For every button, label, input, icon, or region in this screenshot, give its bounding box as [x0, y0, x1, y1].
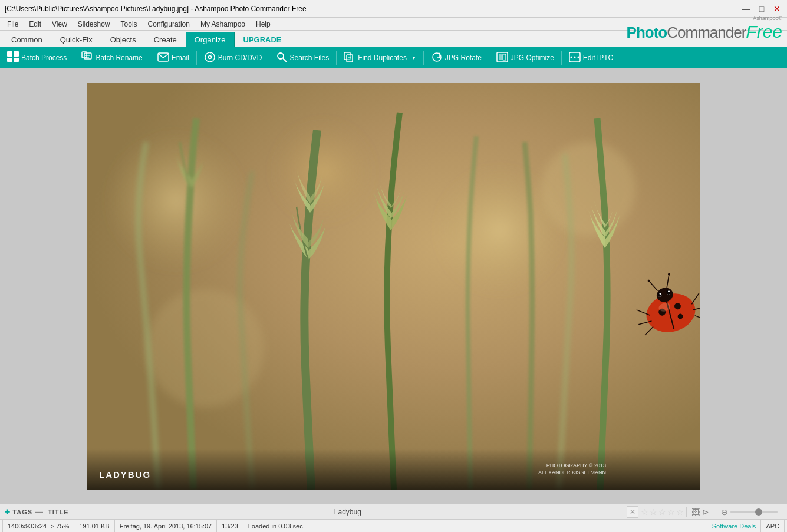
svg-point-22 [574, 56, 575, 58]
tab-organize[interactable]: Organize [186, 32, 235, 47]
star-4[interactable]: ☆ [667, 507, 675, 517]
toolbar-sep-5 [336, 51, 337, 65]
image-action-icons: 🖼 ⊳ [686, 507, 714, 517]
svg-rect-14 [347, 55, 353, 62]
batch-process-button[interactable]: Batch Process [2, 49, 71, 67]
burn-cd-button[interactable]: Burn CD/DVD [199, 49, 267, 67]
status-apc: APC [761, 520, 785, 532]
logo-ashampoo: Ashampoo® [753, 15, 782, 21]
status-filesize: 191.01 KB [74, 520, 114, 532]
jpg-optimize-icon [496, 52, 508, 64]
zoom-out-icon[interactable]: ⊖ [721, 507, 728, 517]
toolbar-sep-6 [423, 51, 424, 65]
toolbar: Batch Process Batch Rename [0, 47, 787, 68]
status-software-deals[interactable]: Software Deals [707, 520, 762, 532]
batch-rename-label: Batch Rename [96, 54, 142, 62]
star-2[interactable]: ☆ [650, 507, 657, 517]
svg-rect-3 [14, 58, 19, 62]
content-area: LADYBUG PHOTOGRAPHY © 2013 ALEXANDER KIS… [0, 68, 787, 504]
status-dimensions: 1400x933x24 -> 75% [2, 520, 74, 532]
jpg-rotate-button[interactable]: JPG Rotate [426, 49, 486, 67]
menu-configuration[interactable]: Configuration [143, 19, 195, 29]
tags-remove-button[interactable]: — [35, 507, 43, 517]
svg-rect-18 [499, 54, 502, 60]
svg-point-9 [205, 52, 215, 62]
search-files-label: Search Files [289, 54, 329, 62]
email-icon [157, 52, 169, 64]
tab-objects[interactable]: Objects [101, 32, 145, 47]
svg-point-11 [278, 53, 284, 59]
statusbar: 1400x933x24 -> 75% 191.01 KB Freitag, 19… [0, 519, 787, 532]
photo-image: LADYBUG PHOTOGRAPHY © 2013 ALEXANDER KIS… [87, 83, 700, 490]
filename-close-button[interactable]: ✕ [627, 506, 638, 518]
logo-area: Ashampoo® Photo Commander Free [627, 13, 782, 44]
batch-rename-button[interactable]: Batch Rename [77, 49, 147, 66]
titlebar-controls: — □ ✕ [741, 4, 782, 14]
edit-iptc-icon [569, 52, 581, 64]
jpg-optimize-label: JPG Optimize [511, 54, 554, 62]
menu-my-ashampoo[interactable]: My Ashampoo [196, 19, 250, 29]
menu-tools[interactable]: Tools [116, 19, 142, 29]
email-label: Email [172, 54, 189, 62]
svg-text:LADYBUG: LADYBUG [99, 470, 151, 480]
toolbar-sep-7 [489, 51, 489, 65]
tab-upgrade[interactable]: UPGRADE [235, 32, 291, 47]
star-3[interactable]: ☆ [658, 507, 666, 517]
svg-rect-19 [503, 54, 506, 60]
svg-point-10 [208, 55, 211, 58]
toolbar-sep-8 [561, 51, 562, 65]
jpg-optimize-button[interactable]: JPG Optimize [492, 50, 559, 66]
star-rating: ☆ ☆ ☆ ☆ ☆ [641, 507, 684, 517]
close-button[interactable]: ✕ [772, 4, 782, 14]
toolbar-sep-3 [196, 51, 197, 65]
zoom-slider-thumb [755, 508, 762, 516]
star-5[interactable]: ☆ [676, 507, 684, 517]
search-files-button[interactable]: Search Files [272, 50, 334, 66]
forward-icon[interactable]: ⊳ [702, 507, 709, 517]
menu-view[interactable]: View [47, 19, 72, 29]
edit-iptc-button[interactable]: Edit IPTC [564, 50, 618, 66]
logo-free: Free [746, 22, 782, 42]
app: [C:\Users\Public\Pictures\Ashampoo Pictu… [0, 0, 787, 532]
svg-point-23 [577, 56, 579, 58]
svg-point-21 [570, 56, 572, 58]
svg-rect-1 [14, 51, 19, 57]
batch-process-label: Batch Process [21, 54, 67, 62]
find-duplicates-label: Find Duplicates [358, 54, 407, 62]
minimize-button[interactable]: — [741, 4, 752, 14]
menu-slideshow[interactable]: Slideshow [73, 19, 115, 29]
find-duplicates-icon [344, 52, 355, 64]
find-duplicates-button[interactable]: Find Duplicates ▼ [339, 50, 421, 66]
status-loaded: Loaded in 0.03 sec [243, 520, 308, 532]
tags-label: TAGS [12, 508, 32, 516]
toolbar-sep-4 [269, 51, 269, 65]
email-button[interactable]: Email [153, 51, 194, 65]
menu-edit[interactable]: Edit [24, 19, 46, 29]
logo-photo: Photo [627, 24, 667, 42]
tags-add-button[interactable]: + [5, 507, 10, 517]
filename-display: Ladybug [334, 508, 361, 516]
photo-container: LADYBUG PHOTOGRAPHY © 2013 ALEXANDER KIS… [87, 83, 700, 490]
menu-file[interactable]: File [2, 19, 23, 29]
svg-point-28 [541, 142, 635, 236]
image-icon[interactable]: 🖼 [691, 507, 700, 517]
tagsbar: + TAGS — TITLE Ladybug ✕ ☆ ☆ ☆ ☆ ☆ 🖼 ⊳ ⊖ [0, 504, 787, 519]
batch-process-icon [7, 51, 19, 65]
zoom-area: ⊖ [716, 507, 782, 517]
zoom-slider[interactable] [730, 511, 778, 513]
svg-point-25 [105, 130, 246, 272]
logo-text: Photo Commander Free [627, 22, 782, 42]
tab-create[interactable]: Create [145, 32, 186, 47]
tab-common[interactable]: Common [2, 32, 51, 47]
title-label: TITLE [48, 508, 69, 516]
svg-rect-0 [7, 51, 12, 57]
batch-rename-icon [81, 51, 93, 64]
maximize-button[interactable]: □ [756, 4, 767, 14]
toolbar-sep-1 [74, 51, 74, 65]
toolbar-sep-2 [150, 51, 150, 65]
star-1[interactable]: ☆ [641, 507, 648, 517]
tab-quick-fix[interactable]: Quick-Fix [51, 32, 101, 47]
svg-rect-8 [158, 53, 169, 61]
menu-help[interactable]: Help [251, 19, 275, 29]
burn-cd-label: Burn CD/DVD [218, 54, 262, 62]
